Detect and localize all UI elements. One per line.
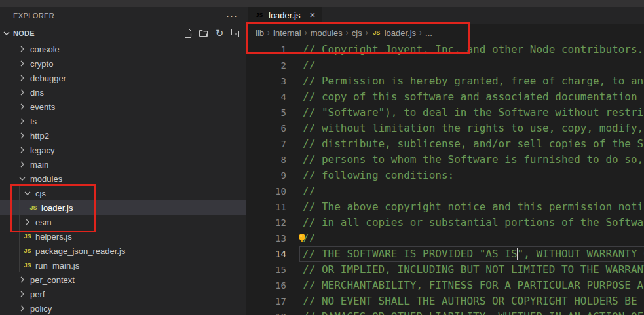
tree-item-label: esm	[35, 217, 52, 227]
code-line-17[interactable]: 17// NO EVENT SHALL THE AUTHORS OR COPYR…	[246, 293, 644, 309]
breadcrumb-item-cjs[interactable]: cjs	[352, 28, 362, 38]
tree-item-perf[interactable]: perf	[0, 287, 246, 301]
chevron-right-icon[interactable]	[17, 44, 28, 54]
line-number: 7	[246, 136, 286, 152]
tree-item-legacy[interactable]: legacy	[0, 143, 246, 157]
chevron-right-icon[interactable]	[22, 217, 33, 227]
code-line-13[interactable]: 13//	[246, 231, 644, 246]
line-content: // DAMAGES OR OTHER LIABILITY, WHETHER I…	[299, 309, 644, 315]
tree-item-esm[interactable]: esm	[0, 215, 246, 229]
tree-item-debugger[interactable]: debugger	[0, 71, 246, 85]
tree-item-crypto[interactable]: crypto	[0, 56, 246, 71]
line-content: // THE SOFTWARE IS PROVIDED "AS IS", WIT…	[299, 246, 644, 262]
code-line-2[interactable]: 2//	[246, 58, 644, 73]
tab-bar: JS loader.js ×	[246, 7, 644, 24]
node-section-header[interactable]: NODE ↻	[0, 25, 246, 42]
tree-item-modules[interactable]: modules	[0, 172, 246, 186]
breadcrumb-item-modules[interactable]: modules	[311, 28, 343, 38]
line-number: 17	[246, 293, 286, 309]
tree-item-per-context[interactable]: per_context	[0, 272, 246, 287]
tree-item-http2[interactable]: http2	[0, 128, 246, 143]
code-line-16[interactable]: 16// MERCHANTABILITY, FITNESS FOR A PART…	[246, 278, 644, 293]
tree-item-run-main-js[interactable]: JSrun_main.js	[0, 258, 246, 272]
code-line-15[interactable]: 15// OR IMPLIED, INCLUDING BUT NOT LIMIT…	[246, 262, 644, 278]
chevron-right-icon[interactable]	[17, 116, 28, 126]
tree-item-loader-js[interactable]: JSloader.js	[0, 200, 246, 215]
code-line-12[interactable]: 12// in all copies or substantial portio…	[246, 215, 644, 231]
explorer-sidebar: EXPLORER ··· NODE	[0, 7, 246, 315]
new-folder-icon[interactable]	[199, 28, 209, 39]
breadcrumb-item--[interactable]: ...	[425, 28, 432, 38]
lightbulb-icon[interactable]	[299, 232, 307, 246]
tree-item-helpers-js[interactable]: JShelpers.js	[0, 229, 246, 244]
code-line-3[interactable]: 3// Permission is hereby granted, free o…	[246, 73, 644, 89]
tree-item-cjs[interactable]: cjs	[0, 186, 246, 200]
chevron-right-icon[interactable]	[17, 130, 28, 141]
tree-item-fs[interactable]: fs	[0, 114, 246, 128]
code-line-8[interactable]: 8// persons to whom the Software is furn…	[246, 152, 644, 168]
js-file-icon: JS	[22, 260, 33, 270]
code-line-14[interactable]: 14// THE SOFTWARE IS PROVIDED "AS IS", W…	[246, 246, 644, 262]
code-line-4[interactable]: 4// copy of this software and associated…	[246, 89, 644, 105]
collapse-all-icon[interactable]	[230, 28, 240, 39]
tree-item-label: main	[30, 160, 48, 170]
code-line-9[interactable]: 9// following conditions:	[246, 168, 644, 183]
explorer-title: EXPLORER	[13, 12, 54, 20]
line-content: // following conditions:	[299, 168, 644, 183]
code-line-1[interactable]: 1// Copyright Joyent, Inc. and other Nod…	[246, 42, 644, 58]
line-content: //	[299, 58, 644, 73]
chevron-down-icon[interactable]	[17, 174, 28, 184]
tree-item-label: debugger	[30, 73, 66, 83]
breadcrumb-item-lib[interactable]: lib	[256, 28, 264, 38]
refresh-icon[interactable]: ↻	[214, 28, 225, 39]
tab-label: loader.js	[269, 10, 300, 20]
code-line-7[interactable]: 7// distribute, sublicense, and/or sell …	[246, 136, 644, 152]
chevron-right-icon[interactable]	[17, 303, 28, 314]
code-line-18[interactable]: 18// DAMAGES OR OTHER LIABILITY, WHETHER…	[246, 309, 644, 315]
tree-item-main[interactable]: main	[0, 157, 246, 172]
breadcrumb-separator-icon: ›	[346, 28, 349, 37]
code-line-10[interactable]: 10//	[246, 183, 644, 199]
code-line-6[interactable]: 6// without limitation the rights to use…	[246, 120, 644, 136]
tree-item-console[interactable]: console	[0, 42, 246, 56]
chevron-down-icon	[1, 28, 12, 39]
breadcrumb-item-label: cjs	[352, 28, 362, 38]
title-bar	[0, 0, 644, 7]
tab-loader-js[interactable]: JS loader.js ×	[248, 7, 322, 24]
line-number: 1	[246, 42, 286, 58]
chevron-right-icon[interactable]	[17, 58, 28, 69]
explorer-header: EXPLORER ···	[0, 7, 246, 25]
code-line-5[interactable]: 5// "Software"), to deal in the Software…	[246, 105, 644, 120]
line-content: // without limitation the rights to use,…	[299, 120, 644, 136]
more-actions-icon[interactable]: ···	[226, 12, 238, 19]
chevron-right-icon[interactable]	[17, 73, 28, 83]
close-icon[interactable]: ×	[309, 10, 315, 20]
breadcrumb-item-internal[interactable]: internal	[273, 28, 301, 38]
chevron-right-icon[interactable]	[17, 289, 28, 299]
tree-item-package-json-reader-js[interactable]: JSpackage_json_reader.js	[0, 244, 246, 258]
breadcrumb-separator-icon: ›	[419, 28, 422, 37]
line-content: // NO EVENT SHALL THE AUTHORS OR COPYRIG…	[299, 293, 644, 309]
code-line-11[interactable]: 11// The above copyright notice and this…	[246, 199, 644, 215]
chevron-right-icon[interactable]	[17, 159, 28, 170]
tree-item-label: package_json_reader.js	[35, 246, 125, 256]
tree-item-label: console	[30, 45, 60, 54]
line-number: 9	[246, 168, 286, 183]
chevron-right-icon[interactable]	[17, 87, 28, 98]
breadcrumb-item-loader-js[interactable]: JSloader.js	[371, 28, 416, 38]
line-number: 2	[246, 58, 286, 73]
tree-item-policy[interactable]: policy	[0, 301, 246, 315]
chevron-right-icon[interactable]	[17, 274, 28, 285]
new-file-icon[interactable]	[183, 28, 193, 39]
breadcrumb-item-label: lib	[256, 28, 264, 38]
line-number: 14	[246, 246, 286, 262]
tree-item-dns[interactable]: dns	[0, 85, 246, 100]
line-number: 18	[246, 309, 286, 315]
chevron-down-icon[interactable]	[22, 188, 33, 198]
chevron-right-icon[interactable]	[17, 145, 28, 155]
tree-item-label: crypto	[30, 59, 53, 69]
line-number: 4	[246, 89, 286, 105]
tree-item-events[interactable]: events	[0, 100, 246, 114]
chevron-right-icon[interactable]	[17, 102, 28, 112]
line-content: // The above copyright notice and this p…	[299, 199, 644, 215]
